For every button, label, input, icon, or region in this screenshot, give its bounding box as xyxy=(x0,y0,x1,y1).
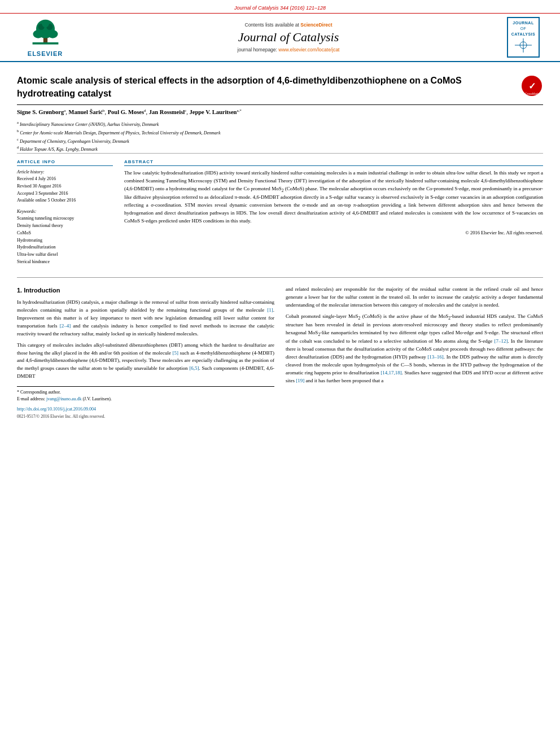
article-info-column: ARTICLE INFO Article history: Received 4… xyxy=(17,159,113,266)
history-revised: Revised 30 August 2016 xyxy=(17,183,113,190)
article-title-section: Atomic scale analysis of sterical effect… xyxy=(17,68,543,105)
doi-section: http://dx.doi.org/10.1016/j.jcat.2016.09… xyxy=(17,406,274,420)
doi-link[interactable]: http://dx.doi.org/10.1016/j.jcat.2016.09… xyxy=(17,406,274,413)
article-content: Atomic scale analysis of sterical effect… xyxy=(0,62,560,425)
issn-text: 0021-9517/© 2016 Elsevier Inc. All right… xyxy=(17,413,274,420)
section-title: Introduction xyxy=(24,287,60,294)
journal-homepage: journal homepage: www.elsevier.com/locat… xyxy=(238,47,340,53)
right-paragraph-1: and related molecules) are responsible f… xyxy=(286,286,543,309)
body-left-column: 1. Introduction In hydrodesulfurization … xyxy=(17,286,274,420)
svg-point-3 xyxy=(33,30,43,38)
author-gronborg: Signe S. Grønborga, xyxy=(17,109,69,115)
intro-paragraph-2: This category of molecules includes alky… xyxy=(17,342,274,381)
ref-6-5: [6,5] xyxy=(189,365,199,371)
right-paragraph-2: Cobalt promoted single-layer MoS2 (CoMoS… xyxy=(286,313,543,385)
keyword-diesel: Ultra-low sulfur diesel xyxy=(17,251,113,259)
ref-19: [19] xyxy=(296,378,304,383)
affiliation-d: d Haldor Topsøe A/S, Kgs. Lyngby, Denmar… xyxy=(17,145,543,153)
header-banner: ELSEVIER Contents lists available at Sci… xyxy=(0,14,560,62)
elsevier-brand-text: ELSEVIER xyxy=(28,50,63,57)
abstract-column: ABSTRACT The low catalytic hydrodesulfur… xyxy=(124,159,543,266)
main-journal-title: Journal of Catalysis xyxy=(238,30,339,45)
keyword-stm: Scanning tunneling microscopy xyxy=(17,215,113,222)
keyword-dft: Density functional theory xyxy=(17,222,113,230)
keywords-section: Keywords: Scanning tunneling microscopy … xyxy=(17,209,113,266)
svg-rect-5 xyxy=(43,38,47,42)
contents-available-text: Contents lists available at xyxy=(245,22,301,28)
homepage-link[interactable]: www.elsevier.com/locate/jcat xyxy=(278,47,339,53)
homepage-label: journal homepage: xyxy=(238,47,279,53)
intro-paragraph-1: In hydrodesulfurization (HDS) catalysis,… xyxy=(17,299,274,338)
header-center: Contents lists available at ScienceDirec… xyxy=(79,17,498,58)
elsevier-tree-icon xyxy=(30,18,61,49)
body-text-section: 1. Introduction In hydrodesulfurization … xyxy=(17,283,543,420)
author-rossmeisl: Jan Rossmeislc, xyxy=(149,109,190,115)
copyright-line: © 2016 Elsevier Inc. All rights reserved… xyxy=(124,230,543,235)
ref-5: [5] xyxy=(173,350,179,356)
asterisk-note: * Corresponding author. xyxy=(17,390,61,395)
badge-catalysis-label: CATALYSIS xyxy=(511,32,536,37)
svg-point-4 xyxy=(47,30,58,38)
keywords-label: Keywords: xyxy=(17,209,113,214)
elsevier-logo: ELSEVIER xyxy=(28,18,63,57)
svg-text:✓: ✓ xyxy=(528,81,536,91)
abstract-text: The low catalytic hydrodesulfurization (… xyxy=(124,169,543,225)
email-address[interactable]: jvang@inano.au.dk xyxy=(46,396,81,401)
ref-1: [1] xyxy=(267,307,273,313)
keyword-hydrotreating: Hydrotreating xyxy=(17,237,113,244)
affiliations: a Interdisciplinary Nanoscience Center (… xyxy=(17,120,543,153)
ref-2-4: [2–4] xyxy=(60,323,71,329)
svg-point-8 xyxy=(42,20,49,28)
body-right-column: and related molecules) are responsible f… xyxy=(286,286,543,420)
journal-badge: JOURNAL OF CATALYSIS xyxy=(507,17,540,58)
page-wrapper: Journal of Catalysis 344 (2016) 121–128 xyxy=(0,0,560,747)
abstract-label: ABSTRACT xyxy=(124,159,543,166)
email-label: E-mail address: xyxy=(17,396,46,401)
badge-of-label: OF xyxy=(511,26,536,32)
history-available: Available online 5 October 2016 xyxy=(17,197,113,204)
affiliation-a: a Interdisciplinary Nanoscience Center (… xyxy=(17,120,543,128)
science-direct-line: Contents lists available at ScienceDirec… xyxy=(245,22,333,28)
header-left: ELSEVIER xyxy=(11,17,79,58)
article-title: Atomic scale analysis of sterical effect… xyxy=(17,75,515,100)
svg-rect-0 xyxy=(32,42,58,45)
affiliation-b: b Center for Atomic-scale Materials Desi… xyxy=(17,128,543,137)
corresponding-author-note: * Corresponding author. xyxy=(17,389,274,396)
ref-7-12: [7–12] xyxy=(494,338,508,344)
email-note: E-mail address: jvang@inano.au.dk (J.V. … xyxy=(17,396,274,403)
header-top: Journal of Catalysis 344 (2016) 121–128 xyxy=(0,0,560,14)
email-suffix: (J.V. Lauritsen). xyxy=(82,396,111,401)
keyword-hds: Hydrodesulfurization xyxy=(17,244,113,251)
keyword-sterical: Sterical hindrance xyxy=(17,259,113,266)
introduction-heading: 1. Introduction xyxy=(17,286,274,295)
footnote-section: * Corresponding author. E-mail address: … xyxy=(17,386,274,420)
history-received: Received 4 July 2016 xyxy=(17,176,113,183)
science-direct-link[interactable]: ScienceDirect xyxy=(300,22,332,28)
author-saric: Manuel Šarićb, xyxy=(69,109,108,115)
journal-ref-top: Journal of Catalysis 344 (2016) 121–128 xyxy=(234,5,326,11)
author-moses: Poul G. Mosesd, xyxy=(108,109,149,115)
crossmark-icon: ✓ CrossMark xyxy=(520,75,543,97)
badge-journal-label: JOURNAL xyxy=(511,20,536,26)
authors-section: Signe S. Grønborga, Manuel Šarićb, Poul … xyxy=(17,105,543,118)
ref-13-16: [13–16] xyxy=(427,354,444,360)
badge-graphic-icon xyxy=(515,38,532,53)
author-lauritsen: Jeppe V. Lauritsena,* xyxy=(190,109,242,115)
svg-text:CrossMark: CrossMark xyxy=(525,92,539,95)
history-accepted: Accepted 3 September 2016 xyxy=(17,190,113,198)
history-label: Article history: xyxy=(17,169,113,174)
affiliation-c: c Department of Chemistry, Copenhagen Un… xyxy=(17,137,543,145)
article-history: Article history: Received 4 July 2016 Re… xyxy=(17,169,113,204)
article-info-label: ARTICLE INFO xyxy=(17,159,113,166)
article-info-abstract-section: ARTICLE INFO Article history: Received 4… xyxy=(17,153,543,272)
ref-14-17-18: [14,17,18] xyxy=(380,370,402,375)
header-right: JOURNAL OF CATALYSIS xyxy=(498,17,549,58)
section-divider xyxy=(17,277,543,278)
section-number: 1. xyxy=(17,287,22,294)
keyword-comos: CoMoS xyxy=(17,230,113,237)
